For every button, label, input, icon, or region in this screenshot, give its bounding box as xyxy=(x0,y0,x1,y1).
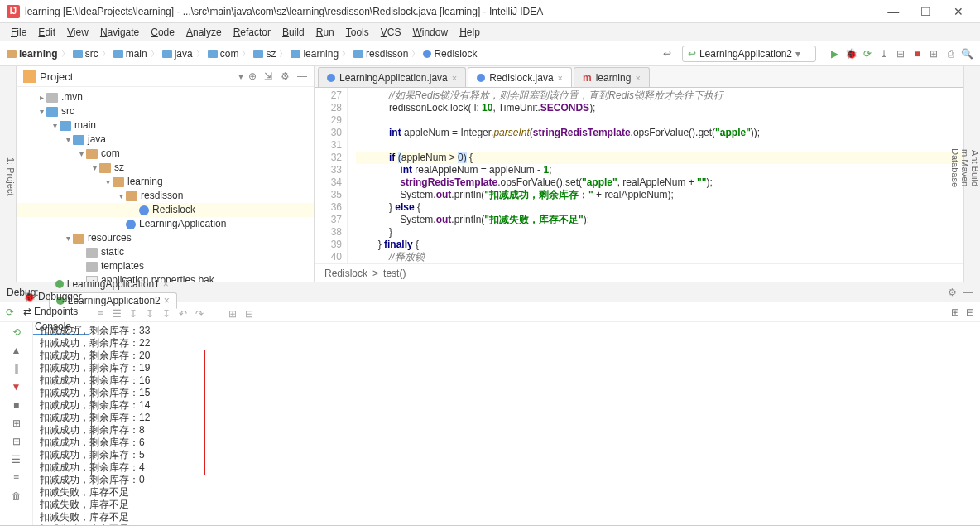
debug-tool-icon[interactable]: 🗑 xyxy=(9,490,24,503)
breadcrumb-item[interactable]: main xyxy=(113,48,147,60)
code-line[interactable]: } xyxy=(356,226,963,239)
layout2-icon[interactable]: ⊟ xyxy=(963,306,977,319)
minimize-button[interactable]: — xyxy=(878,5,908,18)
console-toolbar-icon[interactable] xyxy=(209,304,223,317)
expand-icon[interactable]: ▾ xyxy=(89,161,99,175)
toolbar-icon[interactable]: ⟳ xyxy=(861,47,874,60)
expand-icon[interactable]: ▾ xyxy=(63,231,73,245)
breadcrumb-item[interactable]: resdisson xyxy=(353,48,408,60)
debug-tool-icon[interactable]: ☰ xyxy=(9,453,24,466)
collapse-icon[interactable]: ⇲ xyxy=(264,70,272,82)
code-line[interactable]: System.out.println("扣减成功，剩余库存：" + realAp… xyxy=(356,189,963,201)
menu-build[interactable]: Build xyxy=(276,27,310,38)
toolbar-icon[interactable]: ⊞ xyxy=(927,47,940,60)
tree-node[interactable]: LearningApplication xyxy=(17,217,314,231)
code-content[interactable]: //如果Redis锁没有释放，则会阻塞到该位置，直到Redis锁释放才会往下执行… xyxy=(348,88,963,263)
hide-icon[interactable]: — xyxy=(297,70,307,82)
console-toolbar-icon[interactable]: ↶ xyxy=(176,307,190,321)
tree-node[interactable]: ▾java xyxy=(17,133,314,147)
menu-code[interactable]: Code xyxy=(145,27,180,38)
code-line[interactable] xyxy=(356,114,963,127)
toolbar-icon[interactable]: ▶ xyxy=(828,47,841,60)
crumb-item[interactable]: Redislock xyxy=(324,268,368,279)
console-toolbar-icon[interactable]: ☰ xyxy=(110,307,123,321)
gear-icon[interactable]: ⚙ xyxy=(281,70,290,82)
breadcrumb-item[interactable]: com xyxy=(208,48,239,60)
tree-node[interactable]: Redislock xyxy=(17,203,314,217)
maximize-button[interactable]: ☐ xyxy=(911,5,941,18)
expand-icon[interactable]: ▸ xyxy=(36,90,46,104)
tree-node[interactable]: ▾sz xyxy=(17,161,314,175)
target-icon[interactable]: ⊕ xyxy=(248,70,257,82)
crumb-item[interactable]: > xyxy=(372,268,378,279)
menu-run[interactable]: Run xyxy=(310,27,340,38)
run-config-selector[interactable]: ↩ LearningApplication2 ▾ xyxy=(682,46,816,62)
debug-tool-icon[interactable]: ▲ xyxy=(9,344,24,357)
menu-view[interactable]: View xyxy=(61,27,94,38)
restart-icon[interactable]: ⟳ xyxy=(3,306,17,319)
menu-file[interactable]: File xyxy=(5,27,32,38)
expand-icon[interactable]: ▾ xyxy=(116,189,126,203)
expand-icon[interactable]: ▾ xyxy=(76,147,86,161)
back-arrow-icon[interactable]: ↩ xyxy=(661,47,674,60)
console-output[interactable]: 扣减成功，剩余库存：33扣减成功，剩余库存：22扣减成功，剩余库存：20扣减成功… xyxy=(33,322,980,525)
code-editor[interactable]: 272829303132333435363738394041 //如果Redis… xyxy=(315,88,963,263)
toolbar-icon[interactable]: ⎙ xyxy=(944,47,957,60)
menu-help[interactable]: Help xyxy=(454,27,486,38)
editor-tab[interactable]: mlearning× xyxy=(574,67,650,87)
breadcrumb-item[interactable]: src xyxy=(73,48,98,60)
breadcrumb-item[interactable]: java xyxy=(162,48,193,60)
tree-node[interactable]: templates xyxy=(17,259,314,273)
code-line[interactable]: int realAppleNum = appleNum - 1; xyxy=(356,164,963,176)
layout-icon[interactable]: ⊞ xyxy=(949,306,962,319)
expand-icon[interactable]: ▾ xyxy=(63,133,73,147)
code-line[interactable]: int appleNum = Integer.parseInt(stringRe… xyxy=(356,127,963,139)
console-toolbar-icon[interactable]: ≡ xyxy=(94,307,107,321)
code-line[interactable]: } else { xyxy=(356,201,963,214)
debug-tool-icon[interactable]: ⊞ xyxy=(9,417,24,430)
code-line[interactable]: if (appleNum > 0) { xyxy=(356,152,963,164)
debug-tool-icon[interactable]: ⊟ xyxy=(9,435,24,448)
close-button[interactable]: ✕ xyxy=(944,5,973,18)
code-line[interactable]: redissonLock.lock( l: 10, TimeUnit.SECON… xyxy=(356,102,963,114)
toolbar-icon[interactable]: ■ xyxy=(910,47,924,60)
tree-node[interactable]: ▾learning xyxy=(17,175,314,189)
tree-node[interactable]: ▾com xyxy=(17,147,314,161)
hide-icon[interactable]: — xyxy=(963,287,973,298)
tree-node[interactable]: ▸.mvn xyxy=(17,90,314,104)
menu-vcs[interactable]: VCS xyxy=(375,27,407,38)
breadcrumb-item[interactable]: learning xyxy=(7,48,58,60)
menu-window[interactable]: Window xyxy=(406,27,454,38)
menu-tools[interactable]: Tools xyxy=(340,27,375,38)
tree-node[interactable]: static xyxy=(17,245,314,259)
console-toolbar-icon[interactable]: ⊟ xyxy=(243,307,256,321)
close-tab-icon[interactable]: × xyxy=(635,73,640,83)
code-line[interactable] xyxy=(356,139,963,152)
breadcrumb-item[interactable]: Redislock xyxy=(423,48,477,60)
tree-node[interactable]: ▾resdisson xyxy=(17,189,314,203)
console-toolbar-icon[interactable]: ↧ xyxy=(160,307,173,321)
console-toolbar-icon[interactable]: ↧ xyxy=(143,307,156,321)
tree-node[interactable]: ▾main xyxy=(17,118,314,133)
toolbar-icon[interactable]: 🔍 xyxy=(960,47,973,60)
debug-subtab[interactable]: ⇄Endpoints xyxy=(18,304,89,319)
debug-tool-icon[interactable]: ■ xyxy=(9,398,24,412)
menu-navigate[interactable]: Navigate xyxy=(94,27,145,38)
debug-tool-icon[interactable]: ⟲ xyxy=(9,326,24,339)
debug-tool-icon[interactable]: ▼ xyxy=(9,380,24,393)
debug-subtab[interactable]: 🐞Debugger xyxy=(18,289,89,304)
code-line[interactable]: System.out.println("扣减失败，库存不足"); xyxy=(356,214,963,226)
right-tool-stripe[interactable]: Ant Buildm MavenDatabase xyxy=(963,66,980,282)
debug-tool-icon[interactable]: ∥ xyxy=(9,362,24,375)
toolbar-icon[interactable]: 🐞 xyxy=(844,47,858,60)
expand-icon[interactable]: ▾ xyxy=(36,104,46,118)
gear-icon[interactable]: ⚙ xyxy=(948,287,957,298)
menu-analyze[interactable]: Analyze xyxy=(180,27,228,38)
expand-icon[interactable]: ▾ xyxy=(103,175,113,189)
close-tab-icon[interactable]: × xyxy=(452,73,457,83)
breadcrumb-item[interactable]: learning xyxy=(291,48,339,60)
code-line[interactable]: stringRedisTemplate.opsForValue().set("a… xyxy=(356,176,963,189)
tree-node[interactable]: ▾resources xyxy=(17,231,314,245)
toolbar-icon[interactable]: ⤓ xyxy=(877,47,891,60)
code-line[interactable]: } finally { xyxy=(356,239,963,251)
